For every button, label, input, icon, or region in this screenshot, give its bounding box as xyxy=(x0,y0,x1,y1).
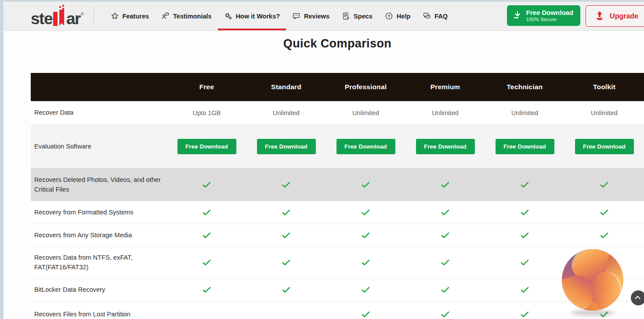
gears-icon xyxy=(224,12,232,20)
nav-item-help[interactable]: ? Help xyxy=(379,2,416,30)
check-icon xyxy=(246,286,326,293)
free-download-table-button[interactable]: Free Download xyxy=(336,139,395,154)
nav-divider xyxy=(94,7,94,25)
check-icon xyxy=(564,259,644,266)
nav-item-reviews[interactable]: Reviews xyxy=(286,2,336,30)
logo-ll-mark xyxy=(52,7,66,26)
nav-item-faq[interactable]: ? FAQ xyxy=(416,2,454,30)
free-download-table-button[interactable]: Free Download xyxy=(575,139,634,154)
check-icon xyxy=(405,209,485,216)
table-cell xyxy=(246,232,326,239)
table-cell xyxy=(326,181,405,188)
cell-value: Unlimited xyxy=(352,109,379,116)
check-icon xyxy=(564,311,644,318)
window-top-strip xyxy=(0,0,644,2)
free-download-nav-button[interactable]: Free Download 100% Secure xyxy=(507,5,581,26)
check-icon xyxy=(564,286,644,293)
check-icon xyxy=(564,232,644,239)
check-icon xyxy=(246,232,326,239)
row-label: Evaluation Software xyxy=(31,139,167,154)
upgrade-button[interactable]: Upgrade xyxy=(586,5,644,27)
download-arrow-icon xyxy=(513,10,522,21)
scroll-to-top-button[interactable] xyxy=(631,290,644,305)
nav-item-testimonials[interactable]: Testimonials xyxy=(155,2,218,30)
table-cell xyxy=(167,259,246,266)
column-header-professional: Professional xyxy=(326,83,405,91)
free-download-table-button[interactable]: Free Download xyxy=(177,139,236,154)
table-cell xyxy=(167,286,246,293)
table-cell xyxy=(246,209,326,216)
free-download-table-button[interactable]: Free Download xyxy=(257,139,316,154)
table-cell xyxy=(246,259,326,266)
table-cell xyxy=(246,286,326,293)
logo-text-pre: ste xyxy=(31,12,52,25)
table-cell xyxy=(564,181,644,188)
check-icon xyxy=(246,259,326,266)
table-cell xyxy=(405,209,485,216)
registered-mark: ® xyxy=(81,12,84,16)
column-header-standard: Standard xyxy=(246,83,326,91)
cell-value: Unlimited xyxy=(432,109,459,116)
nav-item-how-it-works[interactable]: How it Works? xyxy=(218,2,286,30)
check-icon xyxy=(326,311,405,318)
table-cell xyxy=(485,181,564,188)
nav-item-specs[interactable]: Specs xyxy=(336,2,379,30)
check-icon xyxy=(405,286,485,293)
check-icon xyxy=(246,181,326,188)
check-icon xyxy=(485,232,564,239)
table-cell: Free Download xyxy=(326,139,405,154)
table-cell xyxy=(326,311,405,318)
check-icon xyxy=(485,259,564,266)
check-icon xyxy=(167,286,246,293)
nav-item-features[interactable]: Features xyxy=(105,2,155,30)
table-cell xyxy=(405,259,485,266)
free-download-table-button[interactable]: Free Download xyxy=(496,139,554,154)
nav-item-label: Specs xyxy=(354,13,373,20)
check-icon xyxy=(326,286,405,293)
check-icon xyxy=(485,209,564,216)
help-question-icon: ? xyxy=(385,12,393,20)
stellar-logo[interactable]: ste ar ® xyxy=(31,7,84,26)
table-cell xyxy=(167,181,246,188)
nav-item-label: FAQ xyxy=(434,13,448,20)
table-cell xyxy=(326,209,405,216)
table-cell xyxy=(564,259,644,266)
download-button-sublabel: 100% Secure xyxy=(526,17,574,22)
table-cell: Free Download xyxy=(564,139,644,154)
table-cell: Unlimited xyxy=(564,109,644,117)
column-header-premium: Premium xyxy=(405,83,485,91)
table-cell xyxy=(326,259,405,266)
table-cell xyxy=(405,181,485,188)
row-label: Recovers Data from NTFS, exFAT, FAT(FAT1… xyxy=(31,250,167,274)
check-icon xyxy=(485,311,564,318)
check-icon xyxy=(405,181,485,188)
table-cell xyxy=(405,311,485,318)
table-cell xyxy=(326,286,405,293)
table-cell xyxy=(485,232,564,239)
svg-text:?: ? xyxy=(427,15,429,18)
check-icon xyxy=(167,259,246,266)
cell-value: Unlimited xyxy=(591,109,618,116)
column-header-toolkit: Toolkit xyxy=(564,83,644,91)
cell-value: Unlimited xyxy=(273,109,300,116)
column-header-technician: Technician xyxy=(485,83,564,91)
row-label: Recover Data xyxy=(31,105,167,120)
nav-item-label: Testimonials xyxy=(173,13,212,20)
nav-item-label: Features xyxy=(123,13,149,20)
table-cell xyxy=(485,259,564,266)
row-label: Recovers Files from Lost Partition xyxy=(31,307,167,319)
window-left-strip xyxy=(0,0,4,319)
table-cell: Free Download xyxy=(246,139,326,154)
check-icon xyxy=(326,259,405,266)
free-download-table-button[interactable]: Free Download xyxy=(416,139,475,154)
comparison-table: FreeStandardProfessionalPremiumTechnicia… xyxy=(31,73,644,319)
table-row: Recovers Data from NTFS, exFAT, FAT(FAT1… xyxy=(31,246,644,278)
check-icon xyxy=(246,209,326,216)
table-cell xyxy=(485,209,564,216)
table-row: Recovery from Formatted Systems xyxy=(31,201,644,224)
table-row: Evaluation SoftwareFree DownloadFree Dow… xyxy=(31,124,644,168)
svg-text:?: ? xyxy=(387,14,390,18)
table-cell: Free Download xyxy=(485,139,564,154)
download-button-label: Free Download xyxy=(526,9,574,16)
nav-item-label: Help xyxy=(397,13,410,20)
